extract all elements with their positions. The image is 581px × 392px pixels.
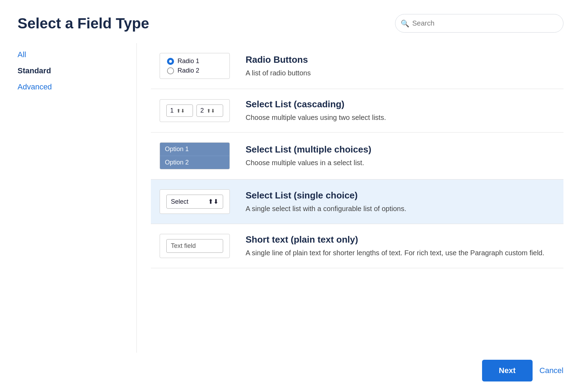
field-name-radio: Radio Buttons [246, 54, 556, 65]
field-info-single: Select List (single choice) A single sel… [246, 190, 556, 214]
field-info-multiple: Select List (multiple choices) Choose mu… [246, 144, 556, 168]
field-desc-short-text: A single line of plain text for shorter … [246, 248, 556, 258]
radio-preview: Radio 1 Radio 2 [160, 53, 230, 79]
single-preview-container: Select ⬆⬇ [158, 189, 232, 214]
radio-preview-container: Radio 1 Radio 2 [158, 53, 232, 79]
field-name-short-text: Short text (plain text only) [246, 234, 556, 245]
page-container: Select a Field Type 🔍 All Standard Advan… [0, 0, 581, 392]
search-input[interactable] [395, 14, 563, 33]
next-button[interactable]: Next [482, 360, 533, 381]
sidebar: All Standard Advanced [18, 43, 137, 353]
single-select-label: Select [171, 198, 188, 205]
main-content: All Standard Advanced Radio 1 Radio 2 [18, 43, 563, 353]
field-desc-multiple: Choose multiple values in a select list. [246, 158, 556, 168]
cascading-val-2: 2 [200, 107, 204, 114]
field-name-single: Select List (single choice) [246, 190, 556, 201]
radio-item-2: Radio 2 [167, 67, 222, 74]
footer: Next Cancel [18, 353, 563, 381]
cascading-val-1: 1 [170, 107, 174, 114]
cancel-button[interactable]: Cancel [540, 366, 563, 375]
multiple-preview: Option 1 Option 2 [160, 142, 230, 169]
field-list: Radio 1 Radio 2 Radio Buttons A list of … [137, 43, 563, 353]
single-select-box: Select ⬆⬇ [166, 195, 223, 209]
field-desc-cascading: Choose multiple values using two select … [246, 113, 556, 122]
sidebar-item-all[interactable]: All [18, 47, 126, 63]
field-row-single[interactable]: Select ⬆⬇ Select List (single choice) A … [151, 180, 563, 224]
field-row-radio-buttons[interactable]: Radio 1 Radio 2 Radio Buttons A list of … [151, 43, 563, 89]
multi-option-2: Option 2 [160, 156, 229, 169]
field-desc-single: A single select list with a configurable… [246, 204, 556, 214]
cascading-select-2: 2 ⬆⬇ [196, 104, 223, 117]
radio-filled-icon [167, 58, 174, 65]
page-title: Select a Field Type [18, 15, 149, 32]
field-row-short-text[interactable]: Text field Short text (plain text only) … [151, 224, 563, 268]
multi-option-1: Option 1 [160, 143, 229, 156]
header: Select a Field Type 🔍 [18, 14, 563, 33]
radio-empty-icon [167, 67, 174, 74]
field-desc-radio: A list of radio buttons [246, 68, 556, 78]
radio-label-2: Radio 2 [178, 67, 199, 74]
field-row-multiple[interactable]: Option 1 Option 2 Select List (multiple … [151, 133, 563, 180]
text-field-box: Text field [166, 239, 223, 253]
cascading-select-1: 1 ⬆⬇ [166, 104, 193, 117]
text-preview: Text field [160, 234, 230, 258]
field-row-cascading[interactable]: 1 ⬆⬇ 2 ⬆⬇ Select List (cascading) Choose… [151, 89, 563, 133]
search-container: 🔍 [395, 14, 563, 33]
sidebar-item-standard[interactable]: Standard [18, 63, 126, 79]
field-info-radio: Radio Buttons A list of radio buttons [246, 54, 556, 78]
cascading-preview-container: 1 ⬆⬇ 2 ⬆⬇ [158, 99, 232, 122]
cascading-preview: 1 ⬆⬇ 2 ⬆⬇ [160, 99, 230, 122]
field-name-multiple: Select List (multiple choices) [246, 144, 556, 155]
text-preview-container: Text field [158, 234, 232, 258]
field-info-short-text: Short text (plain text only) A single li… [246, 234, 556, 258]
field-info-cascading: Select List (cascading) Choose multiple … [246, 99, 556, 122]
field-name-cascading: Select List (cascading) [246, 99, 556, 110]
search-icon: 🔍 [401, 19, 409, 28]
cascading-arrow-1: ⬆⬇ [176, 108, 185, 114]
single-select-arrow-icon: ⬆⬇ [208, 198, 219, 205]
cascading-arrow-2: ⬆⬇ [207, 108, 215, 114]
radio-label-1: Radio 1 [178, 58, 199, 65]
radio-item-1: Radio 1 [167, 58, 222, 65]
sidebar-item-advanced[interactable]: Advanced [18, 79, 126, 95]
multiple-preview-container: Option 1 Option 2 [158, 142, 232, 169]
single-preview: Select ⬆⬇ [160, 189, 230, 214]
